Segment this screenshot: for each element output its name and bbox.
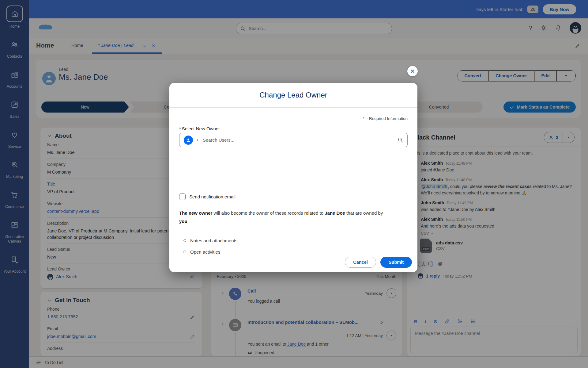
modal-close-button[interactable]: [407, 66, 418, 76]
ownership-note: The new owner will also become the owner…: [179, 209, 394, 225]
required-info-note: * = Required Information: [363, 116, 408, 121]
bullet-notes-attachments: Notes and attachments: [183, 238, 237, 243]
send-notification-checkbox[interactable]: [179, 194, 186, 200]
submit-button[interactable]: Submit: [380, 257, 412, 268]
combobox-dropdown-icon[interactable]: [196, 139, 199, 142]
search-icon: [398, 137, 403, 143]
close-icon: [410, 69, 415, 74]
owner-search-input[interactable]: [202, 137, 395, 143]
cancel-button[interactable]: Cancel: [345, 257, 376, 268]
send-notification-label: Send notification email: [189, 194, 236, 199]
modal-title: Change Lead Owner: [169, 83, 417, 108]
change-lead-owner-modal: Change Lead Owner * = Required Informati…: [169, 83, 417, 272]
owner-search-combobox[interactable]: [179, 133, 408, 147]
user-avatar-icon: [184, 136, 193, 145]
select-new-owner-label: *Select New Owner: [179, 126, 220, 131]
